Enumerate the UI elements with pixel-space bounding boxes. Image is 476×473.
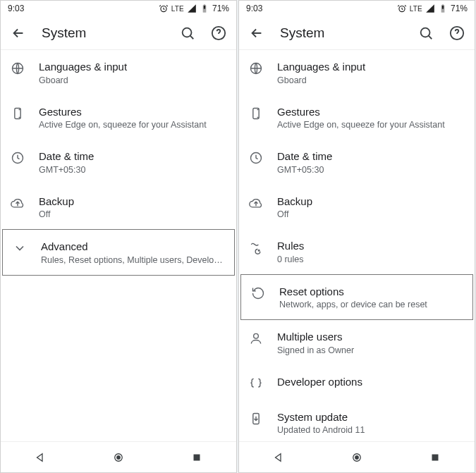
row-title: Backup — [277, 195, 465, 209]
reset-icon — [251, 286, 265, 300]
status-time: 9:03 — [8, 4, 24, 13]
cloud-upload-icon — [249, 196, 263, 210]
circle-home-icon — [112, 451, 125, 464]
row-sub: Signed in as Owner — [277, 345, 465, 355]
app-bar: System — [1, 16, 236, 50]
row-gestures[interactable]: GesturesActive Edge on, squeeze for your… — [239, 95, 475, 140]
help-button[interactable] — [211, 25, 226, 41]
rules-icon — [249, 240, 263, 254]
nav-back[interactable] — [272, 451, 285, 464]
row-multiple-users[interactable]: Multiple usersSigned in as Owner — [239, 320, 475, 365]
svg-point-1 — [183, 27, 192, 37]
help-icon — [211, 25, 226, 41]
svg-point-7 — [117, 455, 121, 459]
row-developer-options[interactable]: Developer options — [239, 365, 475, 400]
app-bar: System — [239, 16, 475, 50]
svg-point-10 — [421, 27, 430, 37]
battery-pct: 71% — [451, 4, 468, 13]
row-title: Languages & input — [277, 60, 465, 74]
settings-list: Languages & inputGboard GesturesActive E… — [1, 50, 236, 441]
row-title: Rules — [277, 239, 465, 253]
settings-list: Languages & inputGboard GesturesActive E… — [239, 50, 475, 441]
triangle-back-icon — [272, 451, 285, 464]
row-sub: Updated to Android 11 — [277, 425, 465, 435]
nav-home[interactable] — [350, 451, 363, 464]
svg-point-15 — [258, 250, 260, 251]
row-title: Date & time — [39, 149, 226, 164]
gestures-icon — [11, 106, 25, 121]
row-languages[interactable]: Languages & inputGboard — [239, 50, 475, 95]
battery-icon — [438, 4, 448, 13]
back-button[interactable] — [11, 25, 26, 41]
page-title: System — [42, 25, 164, 41]
row-system-update[interactable]: System updateUpdated to Android 11 — [239, 400, 475, 442]
svg-rect-20 — [432, 454, 439, 460]
status-right: LTE 71% — [159, 4, 229, 13]
battery-pct: 71% — [212, 4, 229, 13]
row-datetime[interactable]: Date & timeGMT+05:30 — [1, 140, 236, 185]
globe-icon — [11, 61, 25, 75]
search-button[interactable] — [180, 25, 195, 41]
row-sub: Gboard — [277, 75, 465, 85]
search-icon — [180, 25, 195, 41]
person-icon — [249, 331, 263, 345]
help-icon — [449, 25, 465, 41]
row-rules[interactable]: Rules0 rules — [239, 229, 475, 274]
alarm-icon — [159, 4, 169, 13]
svg-point-16 — [254, 333, 259, 338]
page-title: System — [280, 25, 403, 41]
nav-recents[interactable] — [190, 451, 203, 464]
search-icon — [418, 25, 434, 41]
circle-home-icon — [350, 451, 363, 464]
row-sub: 0 rules — [277, 254, 465, 264]
nav-back[interactable] — [34, 451, 47, 464]
battery-icon — [200, 4, 209, 13]
square-recents-icon — [429, 451, 441, 464]
nav-bar — [1, 441, 236, 472]
phone-right: 9:03 LTE 71% System Languages & inputGbo… — [238, 0, 475, 473]
row-title: Gestures — [277, 105, 465, 119]
clock-icon — [11, 151, 25, 165]
status-right: LTE 71% — [397, 4, 468, 13]
row-title: System update — [277, 410, 465, 424]
signal-icon — [425, 4, 435, 13]
row-sub: GMT+05:30 — [277, 165, 465, 175]
row-gestures[interactable]: GesturesActive Edge on, squeeze for your… — [1, 95, 236, 140]
help-button[interactable] — [449, 25, 465, 41]
row-sub: Active Edge on, squeeze for your Assista… — [277, 120, 465, 130]
row-title: Backup — [39, 195, 226, 209]
cloud-upload-icon — [11, 196, 25, 210]
row-sub: Off — [39, 209, 226, 219]
signal-icon — [187, 4, 197, 13]
row-reset-options[interactable]: Reset optionsNetwork, apps, or device ca… — [240, 274, 473, 321]
globe-icon — [249, 61, 263, 75]
network-label: LTE — [410, 5, 422, 13]
braces-icon — [249, 376, 263, 391]
nav-home[interactable] — [112, 451, 125, 464]
row-backup[interactable]: BackupOff — [1, 185, 236, 230]
search-button[interactable] — [418, 25, 434, 41]
row-title: Gestures — [39, 105, 226, 119]
alarm-icon — [397, 4, 407, 13]
row-title: Date & time — [277, 149, 465, 164]
row-languages[interactable]: Languages & inputGboard — [1, 50, 236, 95]
row-title: Reset options — [279, 285, 463, 299]
row-sub: Off — [277, 209, 465, 219]
row-sub: Rules, Reset options, Multiple users, De… — [41, 255, 224, 265]
chevron-down-icon — [13, 241, 27, 255]
phone-left: 9:03 LTE 71% System Languages & inputGbo… — [0, 0, 237, 473]
row-datetime[interactable]: Date & timeGMT+05:30 — [239, 140, 475, 185]
row-advanced[interactable]: AdvancedRules, Reset options, Multiple u… — [2, 229, 235, 276]
status-time: 9:03 — [246, 4, 262, 13]
back-button[interactable] — [249, 25, 264, 41]
nav-bar — [239, 441, 475, 472]
nav-recents[interactable] — [429, 451, 441, 464]
row-sub: Gboard — [39, 75, 226, 85]
triangle-back-icon — [34, 451, 47, 464]
status-bar: 9:03 LTE 71% — [239, 1, 475, 16]
status-bar: 9:03 LTE 71% — [1, 1, 236, 16]
row-sub: Network, apps, or device can be reset — [279, 300, 463, 309]
arrow-back-icon — [249, 25, 264, 41]
square-recents-icon — [190, 451, 203, 464]
row-backup[interactable]: BackupOff — [239, 185, 475, 230]
